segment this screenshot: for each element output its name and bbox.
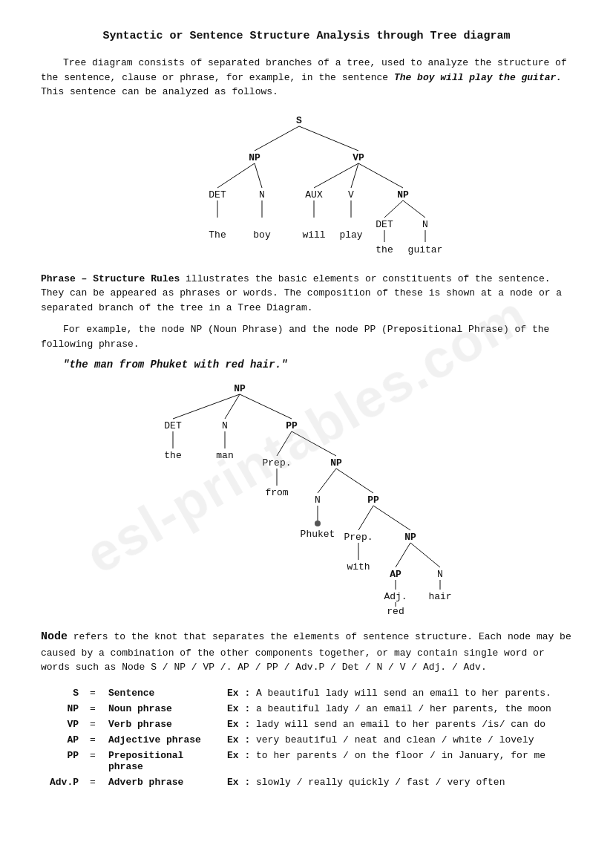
abbrev-example: Ex : a beautiful lady / an email / her p…: [223, 701, 572, 717]
example-phrase-text: "the man from Phuket with red hair.": [63, 359, 572, 371]
svg-line-5: [217, 163, 255, 188]
svg-text:N: N: [222, 420, 228, 431]
table-row: VP=Verb phraseEx : lady will send an ema…: [41, 717, 572, 732]
abbrev-code: S: [41, 685, 82, 701]
table-row: AP=Adjective phraseEx : very beautiful /…: [41, 732, 572, 748]
svg-text:PP: PP: [367, 495, 379, 506]
abbrev-eq: =: [82, 748, 104, 774]
svg-text:boy: boy: [253, 229, 271, 241]
tree-diagram-1: S NP VP DET N AUX V NP DET N The boy wil…: [41, 110, 572, 258]
svg-text:N: N: [422, 219, 428, 230]
phrase-rules-body2: For example, the node NP (Noun Phrase) a…: [41, 324, 549, 350]
svg-text:NP: NP: [249, 152, 260, 163]
svg-text:hair: hair: [428, 591, 451, 602]
svg-text:NP: NP: [404, 532, 416, 543]
intro-paragraph: Tree diagram consists of separated branc…: [41, 56, 572, 99]
intro-text-2: This sentence can be analyzed as follows…: [41, 86, 278, 97]
abbrev-code: NP: [41, 701, 82, 717]
ex-label: Ex :: [227, 703, 250, 714]
abbrev-term: Verb phrase: [104, 717, 223, 732]
abbrev-code: PP: [41, 748, 82, 774]
svg-text:the: the: [376, 244, 393, 255]
svg-line-43: [292, 431, 336, 456]
phrase-rules-paragraph2: For example, the node NP (Noun Phrase) a…: [41, 322, 572, 351]
svg-line-32: [173, 394, 240, 419]
svg-line-11: [358, 163, 403, 188]
table-row: S=SentenceEx : A beautiful lady will sen…: [41, 685, 572, 701]
abbrev-eq: =: [82, 717, 104, 732]
table-row: PP=Prepositional phraseEx : to her paren…: [41, 748, 572, 774]
ex-label: Ex :: [227, 750, 250, 761]
svg-text:The: The: [209, 229, 226, 241]
svg-text:N: N: [259, 189, 265, 200]
svg-text:the: the: [164, 450, 181, 461]
svg-line-2: [299, 126, 358, 151]
abbrev-term: Sentence: [104, 685, 223, 701]
abbrev-example: Ex : very beautiful / neat and clean / w…: [223, 732, 572, 748]
svg-text:DET: DET: [209, 189, 226, 200]
abbrev-eq: =: [82, 685, 104, 701]
abbrev-example: Ex : lady will send an email to her pare…: [223, 717, 572, 732]
abbrev-term: Adjective phrase: [104, 732, 223, 748]
phrase-rules-heading: Phrase – Structure Rules: [41, 273, 180, 284]
svg-text:Prep.: Prep.: [344, 532, 373, 543]
node-heading: Node: [41, 630, 68, 643]
svg-text:NP: NP: [397, 189, 409, 200]
abbrev-code: VP: [41, 717, 82, 732]
abbrev-term: Adverb phrase: [104, 774, 223, 790]
svg-text:will: will: [302, 229, 325, 241]
node-body: refers to the knot that separates the el…: [41, 631, 571, 673]
svg-line-48: [318, 469, 336, 493]
svg-line-49: [336, 469, 373, 493]
svg-point-53: [315, 521, 321, 526]
svg-text:N: N: [437, 569, 443, 580]
abbreviations-table: S=SentenceEx : A beautiful lady will sen…: [41, 685, 572, 790]
abbrev-term: Prepositional phrase: [104, 748, 223, 774]
ex-label: Ex :: [227, 777, 250, 788]
abbrev-example: Ex : to her parents / on the floor / in …: [223, 748, 572, 774]
svg-line-34: [240, 394, 292, 419]
svg-line-33: [225, 394, 240, 419]
svg-text:red: red: [387, 606, 404, 616]
svg-text:N: N: [315, 495, 321, 506]
svg-text:NP: NP: [234, 383, 246, 394]
ex-label: Ex :: [227, 734, 250, 745]
svg-text:V: V: [348, 189, 354, 200]
abbrev-eq: =: [82, 774, 104, 790]
abbrev-code: AP: [41, 732, 82, 748]
abbrev-eq: =: [82, 732, 104, 748]
svg-line-61: [396, 543, 410, 567]
abbrev-term: Noun phrase: [104, 701, 223, 717]
svg-line-16: [403, 200, 425, 218]
ex-label: Ex :: [227, 719, 250, 730]
svg-line-15: [384, 200, 403, 218]
tree-diagram-2: NP DET N PP the man Prep. NP from N PP P…: [41, 378, 572, 616]
svg-line-42: [277, 431, 292, 456]
page-title: Syntactic or Sentence Structure Analysis…: [41, 30, 572, 42]
abbrev-example: Ex : slowly / really quickly / fast / ve…: [223, 774, 572, 790]
svg-text:DET: DET: [164, 420, 182, 431]
svg-line-6: [255, 163, 262, 188]
phrase-rules-paragraph: Phrase – Structure Rules illustrates the…: [41, 272, 572, 316]
ex-label: Ex :: [227, 688, 250, 699]
svg-text:S: S: [296, 115, 302, 126]
svg-text:Adj.: Adj.: [384, 591, 407, 602]
svg-text:PP: PP: [286, 420, 298, 431]
svg-text:AUX: AUX: [305, 189, 323, 200]
svg-text:Phuket: Phuket: [301, 529, 335, 540]
svg-line-56: [373, 506, 410, 530]
table-row: Adv.P=Adverb phraseEx : slowly / really …: [41, 774, 572, 790]
svg-text:DET: DET: [376, 219, 393, 230]
svg-line-1: [255, 126, 299, 151]
node-section-paragraph: Node refers to the knot that separates t…: [41, 629, 572, 675]
svg-text:play: play: [339, 229, 362, 241]
svg-line-62: [410, 543, 440, 567]
svg-text:AP: AP: [390, 569, 401, 580]
svg-text:NP: NP: [330, 457, 342, 469]
svg-line-55: [358, 506, 373, 530]
svg-text:Prep.: Prep.: [262, 457, 291, 469]
abbrev-code: Adv.P: [41, 774, 82, 790]
svg-text:guitar: guitar: [408, 244, 443, 255]
example-sentence: The boy will play the guitar.: [394, 72, 562, 83]
svg-text:from: from: [265, 487, 288, 498]
